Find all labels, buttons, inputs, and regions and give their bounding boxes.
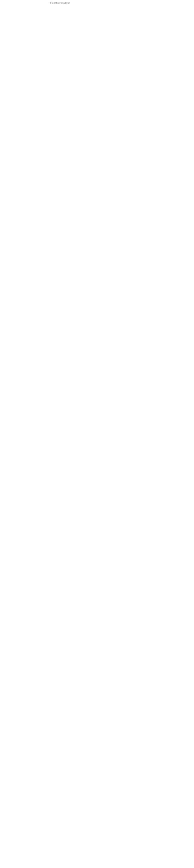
type-label: Flex2ExtPropType [50, 2, 70, 4]
